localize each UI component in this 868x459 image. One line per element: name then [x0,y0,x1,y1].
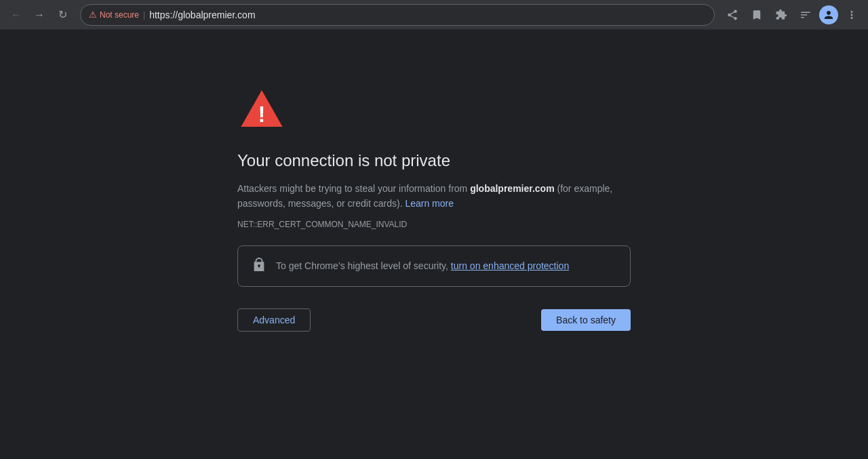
page-content: ! Your connection is not private Attacke… [0,30,868,459]
back-button[interactable]: ← [5,4,27,26]
address-bar[interactable]: ⚠ Not secure | https://globalpremier.com [80,4,715,26]
reload-button[interactable]: ↻ [52,4,73,26]
warning-triangle-icon: ! [237,84,286,133]
not-secure-badge: ⚠ Not secure [89,9,139,20]
address-separator: | [143,10,145,20]
share-button[interactable] [722,4,743,26]
extensions-button[interactable] [770,4,792,26]
forward-button[interactable]: → [28,4,50,26]
error-code: NET::ERR_CERT_COMMON_NAME_INVALID [237,220,631,229]
not-secure-label: Not secure [100,10,139,20]
buttons-row: Advanced Back to safety [237,308,631,332]
chrome-toolbar: ← → ↻ ⚠ Not secure | https://globalpremi… [0,0,868,30]
domain-name: globalpremier.com [470,183,554,194]
profile-avatar[interactable] [819,5,838,24]
error-title: Your connection is not private [237,151,631,170]
lock-icon [252,257,267,275]
bookmark-button[interactable] [746,4,768,26]
back-to-safety-button[interactable]: Back to safety [541,309,631,331]
address-url: https://globalpremier.com [149,9,255,20]
enhanced-protection-link[interactable]: turn on enhanced protection [451,260,569,271]
warning-icon: ⚠ [89,9,97,20]
advanced-button[interactable]: Advanced [237,308,311,332]
security-protection-box: To get Chrome’s highest level of securit… [237,245,631,287]
menu-button[interactable] [841,4,863,26]
nav-buttons: ← → ↻ [5,4,73,26]
security-text-before-link: To get Chrome’s highest level of securit… [276,260,451,271]
tab-search-button[interactable] [795,4,816,26]
toolbar-actions [722,4,863,26]
error-container: ! Your connection is not private Attacke… [237,84,631,332]
security-text: To get Chrome’s highest level of securit… [276,260,569,271]
description-before-domain: Attackers might be trying to steal your … [237,183,470,194]
learn-more-link[interactable]: Learn more [405,198,454,209]
error-description: Attackers might be trying to steal your … [237,181,631,212]
svg-text:!: ! [258,102,266,127]
